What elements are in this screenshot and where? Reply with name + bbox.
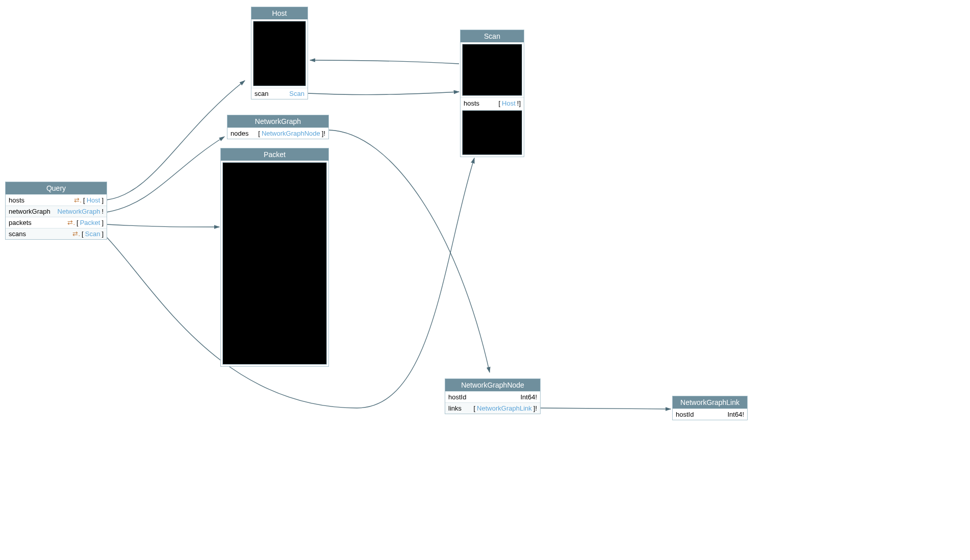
redacted-content [462, 110, 522, 155]
field-name: hosts [464, 99, 479, 107]
edge-ngn-links-to-ngl [541, 408, 671, 409]
field-name: hostId [676, 411, 694, 418]
field-type: ⇄. [Host] [74, 196, 104, 204]
node-host-header: Host [251, 7, 308, 19]
field-query-networkgraph[interactable]: networkGraph NetworkGraph! [6, 206, 107, 217]
field-name: packets [9, 219, 32, 226]
type-link-scan[interactable]: Scan [85, 230, 100, 238]
field-query-packets[interactable]: packets ⇄. [Packet] [6, 217, 107, 228]
field-type: Int64! [520, 393, 537, 401]
field-ngl-hostid[interactable]: hostId Int64! [673, 409, 747, 420]
field-type: Int64! [727, 411, 744, 418]
field-name: hostId [448, 393, 466, 401]
node-packet[interactable]: Packet [220, 148, 329, 367]
field-ngn-hostid[interactable]: hostId Int64! [445, 391, 540, 402]
type-link-host[interactable]: Host [502, 99, 516, 107]
node-scan[interactable]: Scan hosts [Host!] [460, 30, 524, 157]
node-networkgraph-header: NetworkGraph [227, 115, 328, 128]
field-name: scans [9, 230, 26, 238]
field-type: ⇄. [Packet] [67, 219, 104, 226]
edge-scan-hosts-to-host [310, 60, 459, 64]
field-name: hosts [9, 196, 24, 204]
field-type: [NetworkGraphNode]! [258, 130, 325, 137]
field-type: [NetworkGraphLink]! [473, 404, 537, 412]
field-networkgraph-nodes[interactable]: nodes [NetworkGraphNode]! [227, 128, 328, 139]
field-host-scan[interactable]: scan Scan [251, 88, 308, 99]
type-link-networkgraphlink[interactable]: NetworkGraphLink [477, 404, 532, 412]
field-type: Scan [289, 90, 304, 97]
node-host[interactable]: Host scan Scan [251, 7, 308, 99]
node-networkgraphnode[interactable]: NetworkGraphNode hostId Int64! links [Ne… [445, 378, 541, 414]
field-name: nodes [231, 130, 248, 137]
node-packet-header: Packet [221, 148, 328, 161]
node-networkgraphlink[interactable]: NetworkGraphLink hostId Int64! [672, 396, 748, 420]
relay-icon: ⇄. [72, 231, 80, 237]
edge-query-networkgraph [107, 137, 224, 212]
field-name: scan [254, 90, 268, 97]
node-query[interactable]: Query hosts ⇄. [Host] networkGraph Netwo… [5, 182, 107, 240]
edge-query-packets [107, 224, 219, 227]
field-scan-hosts[interactable]: hosts [Host!] [461, 97, 524, 109]
node-ngn-header: NetworkGraphNode [445, 379, 540, 391]
field-name: links [448, 404, 462, 412]
field-type: [Host!] [498, 99, 521, 107]
node-networkgraph[interactable]: NetworkGraph nodes [NetworkGraphNode]! [227, 115, 329, 139]
edge-networkgraph-nodes [328, 130, 490, 372]
redacted-content [462, 44, 522, 96]
node-scan-header: Scan [461, 30, 524, 42]
field-type: NetworkGraph! [58, 208, 104, 215]
relay-icon: ⇄. [74, 197, 82, 203]
type-link-networkgraphnode[interactable]: NetworkGraphNode [262, 130, 320, 137]
field-type: ⇄. [Scan] [72, 230, 104, 238]
field-query-hosts[interactable]: hosts ⇄. [Host] [6, 194, 107, 206]
edge-host-scan-to-scan [308, 92, 459, 95]
field-query-scans[interactable]: scans ⇄. [Scan] [6, 228, 107, 239]
redacted-content [253, 21, 306, 86]
node-ngl-header: NetworkGraphLink [673, 396, 747, 409]
type-link-packet[interactable]: Packet [80, 219, 100, 226]
type-link-host[interactable]: Host [87, 196, 100, 204]
field-ngn-links[interactable]: links [NetworkGraphLink]! [445, 402, 540, 414]
type-link-scan[interactable]: Scan [289, 90, 304, 97]
field-name: networkGraph [9, 208, 50, 215]
relay-icon: ⇄. [67, 219, 75, 226]
type-link-networkgraph[interactable]: NetworkGraph [58, 208, 100, 215]
node-query-header: Query [6, 182, 107, 194]
redacted-content [222, 162, 327, 365]
